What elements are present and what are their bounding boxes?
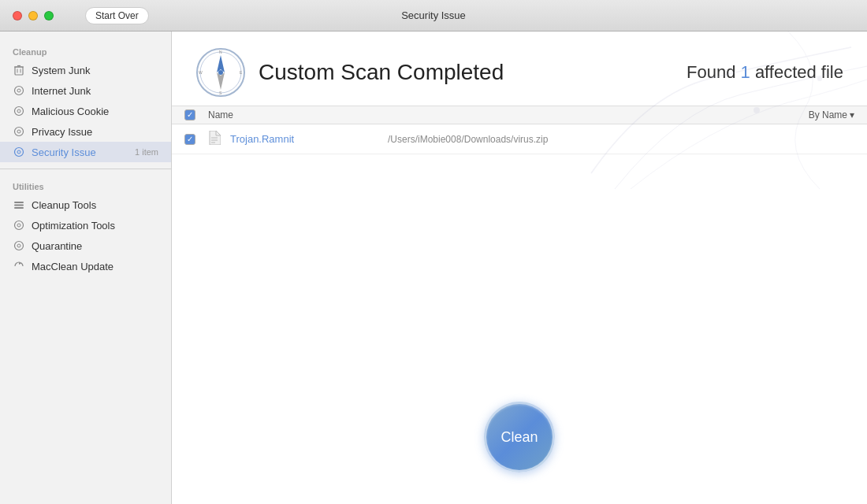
minimize-button[interactable]	[28, 11, 38, 20]
svg-text:W: W	[199, 70, 203, 75]
file-icon	[208, 131, 224, 147]
found-suffix: affected file	[750, 62, 843, 82]
macclean-update-label: MacClean Update	[32, 261, 158, 272]
sidebar-utilities-label: Utilities	[0, 176, 171, 195]
scan-title: Custom Scan Completed	[259, 60, 504, 85]
sidebar: Cleanup System Junk Internet Junk	[0, 32, 172, 504]
svg-point-16	[15, 221, 24, 230]
trash-icon	[13, 64, 25, 76]
svg-rect-0	[15, 67, 23, 75]
sidebar-item-internet-junk[interactable]: Internet Junk	[0, 80, 171, 101]
malicious-cookie-label: Malicious Cookie	[32, 106, 158, 117]
system-junk-label: System Junk	[32, 65, 158, 76]
privacy-icon	[13, 125, 25, 138]
svg-rect-13	[14, 202, 24, 203]
svg-text:N: N	[219, 50, 222, 54]
svg-point-6	[17, 89, 20, 92]
cleanup-tools-label: Cleanup Tools	[32, 199, 158, 211]
update-icon	[13, 260, 25, 272]
privacy-issue-label: Privacy Issue	[32, 126, 158, 138]
row-check-col	[184, 134, 208, 145]
quarantine-label: Quarantine	[32, 240, 158, 252]
table-row: Trojan.Ramnit /Users/iMobie008/Downloads…	[172, 124, 867, 154]
svg-point-19	[17, 244, 20, 247]
sidebar-cleanup-label: Cleanup	[0, 41, 171, 60]
clean-btn-container: Clean	[172, 354, 867, 504]
sidebar-item-quarantine[interactable]: Quarantine	[0, 235, 171, 256]
sidebar-item-macclean-update[interactable]: MacClean Update	[0, 256, 171, 276]
header-check-col	[184, 109, 208, 120]
svg-point-5	[15, 87, 24, 95]
quarantine-icon	[13, 239, 25, 252]
svg-point-11	[15, 148, 24, 157]
content-area: N S E W Custom Scan Completed Found 1 af…	[172, 32, 867, 504]
circle-icon	[13, 84, 25, 97]
start-over-button[interactable]: Start Over	[85, 7, 149, 24]
scan-result-left: N S E W Custom Scan Completed	[195, 47, 504, 98]
svg-rect-15	[14, 207, 24, 209]
svg-point-10	[17, 130, 20, 133]
svg-point-8	[17, 109, 20, 113]
main-layout: Cleanup System Junk Internet Junk	[0, 32, 867, 504]
sidebar-item-system-junk[interactable]: System Junk	[0, 60, 171, 80]
svg-point-7	[15, 107, 24, 116]
maximize-button[interactable]	[44, 11, 54, 20]
header-name-col: Name	[208, 109, 809, 120]
cleanup-tools-icon	[13, 198, 25, 211]
sidebar-item-security-issue[interactable]: Security Issue 1 item	[0, 142, 171, 162]
security-issue-badge: 1 item	[135, 147, 158, 157]
found-count: 1	[741, 62, 750, 82]
sidebar-item-malicious-cookie[interactable]: Malicious Cookie	[0, 101, 171, 121]
row-checkbox[interactable]	[184, 134, 195, 145]
file-list-body: Trojan.Ramnit /Users/iMobie008/Downloads…	[172, 124, 867, 354]
file-path: /Users/iMobie008/Downloads/virus.zip	[388, 134, 548, 145]
select-all-checkbox[interactable]	[184, 109, 195, 120]
optimization-tools-label: Optimization Tools	[32, 220, 158, 232]
svg-point-26	[218, 70, 223, 75]
sort-label: By Name	[809, 109, 847, 120]
svg-point-12	[17, 150, 20, 154]
sidebar-item-privacy-issue[interactable]: Privacy Issue	[0, 121, 171, 142]
sort-chevron-icon: ▾	[850, 109, 854, 120]
clean-button[interactable]: Clean	[484, 402, 555, 472]
sidebar-divider	[0, 169, 171, 169]
optimization-icon	[13, 219, 25, 232]
content-header: N S E W Custom Scan Completed Found 1 af…	[172, 32, 867, 106]
compass-icon: N S E W	[195, 47, 246, 98]
window-title: Security Issue	[401, 9, 466, 21]
window-controls	[13, 11, 54, 20]
internet-junk-label: Internet Junk	[32, 85, 158, 97]
close-button[interactable]	[13, 11, 22, 20]
scan-result-right: Found 1 affected file	[687, 62, 843, 83]
file-list-header: Name By Name ▾	[172, 106, 867, 124]
svg-point-9	[15, 128, 24, 136]
cookie-icon	[13, 105, 25, 117]
sidebar-item-optimization-tools[interactable]: Optimization Tools	[0, 215, 171, 235]
found-prefix: Found	[687, 62, 741, 82]
svg-point-17	[17, 224, 20, 227]
security-icon	[13, 146, 25, 158]
file-name[interactable]: Trojan.Ramnit	[230, 133, 372, 145]
titlebar: Start Over Security Issue	[0, 0, 867, 32]
sidebar-item-cleanup-tools[interactable]: Cleanup Tools	[0, 195, 171, 215]
sort-button[interactable]: By Name ▾	[809, 109, 854, 120]
svg-rect-14	[14, 205, 24, 206]
svg-point-18	[15, 242, 24, 250]
security-issue-label: Security Issue	[32, 146, 135, 158]
